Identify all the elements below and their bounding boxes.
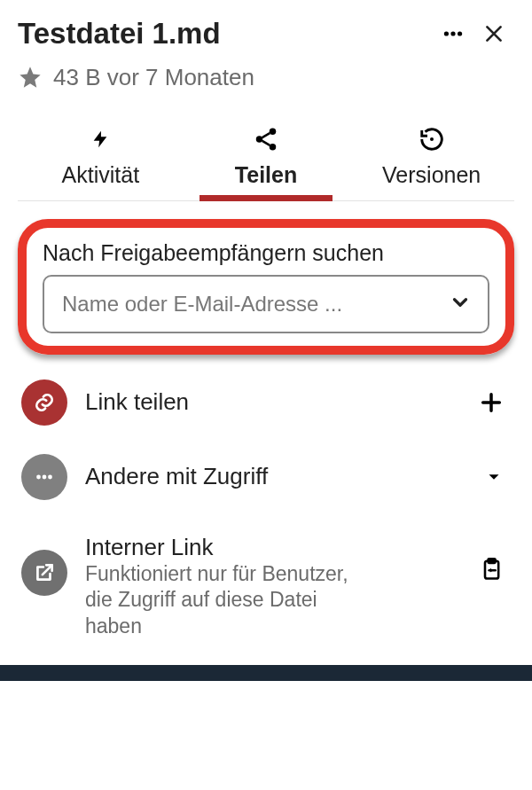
caret-down-icon: [484, 467, 504, 487]
tab-versions-label: Versionen: [382, 162, 481, 188]
tab-versions[interactable]: Versionen: [348, 118, 514, 200]
svg-point-6: [430, 137, 434, 141]
tabs: Aktivität Teilen Versionen: [18, 118, 514, 201]
external-link-icon: [33, 561, 56, 584]
internal-link-title: Interner Link: [85, 534, 472, 561]
tab-activity-label: Aktivität: [62, 162, 140, 188]
file-meta-text: 43 B vor 7 Monaten: [53, 64, 254, 91]
svg-point-9: [48, 474, 52, 479]
clipboard-icon: [479, 557, 504, 582]
lightning-icon: [90, 123, 110, 155]
tab-share[interactable]: Teilen: [184, 118, 349, 200]
share-link-label: Link teilen: [85, 388, 472, 416]
svg-point-8: [43, 474, 47, 479]
copy-internal-link-button[interactable]: [472, 553, 511, 585]
tab-share-label: Teilen: [235, 162, 297, 188]
more-button[interactable]: [433, 17, 473, 51]
file-meta: 43 B vor 7 Monaten: [18, 64, 514, 91]
star-icon: [18, 65, 43, 90]
more-horizontal-icon: [442, 22, 465, 45]
others-with-access-label: Andere mit Zugriff: [85, 463, 477, 490]
share-link-row: Link teilen: [18, 365, 514, 440]
tab-activity[interactable]: Aktivität: [18, 118, 184, 200]
link-icon: [33, 391, 56, 414]
share-icon: [253, 123, 279, 155]
plus-icon: [479, 390, 504, 415]
close-button[interactable]: [473, 17, 514, 51]
internal-link-row: Interner Link Funktioniert nur für Benut…: [18, 514, 514, 655]
svg-point-2: [458, 31, 462, 35]
recipient-search-box[interactable]: [43, 275, 489, 333]
file-title: Testdatei 1.md: [18, 16, 433, 51]
svg-rect-11: [489, 559, 496, 563]
others-with-access-toggle[interactable]: [477, 464, 511, 490]
recipient-search-input[interactable]: [60, 291, 449, 317]
others-with-access-row[interactable]: Andere mit Zugriff: [18, 440, 514, 514]
chevron-down-icon: [449, 291, 472, 317]
recipient-search-label: Nach Freigabeempfängern suchen: [43, 240, 489, 266]
recipient-search-section: Nach Freigabeempfängern suchen: [18, 219, 514, 355]
internal-link-desc: Funktioniert nur für Benutzer, die Zugri…: [85, 561, 369, 641]
more-horizontal-icon: [33, 465, 56, 489]
svg-point-4: [256, 136, 263, 143]
svg-point-3: [270, 128, 277, 135]
others-icon-badge: [21, 454, 67, 500]
internal-link-icon-badge: [21, 550, 67, 596]
svg-point-7: [36, 474, 41, 479]
favorite-button[interactable]: [18, 65, 43, 90]
header: Testdatei 1.md: [18, 16, 514, 51]
close-icon: [482, 22, 505, 45]
svg-point-5: [270, 144, 277, 151]
add-share-link-button[interactable]: [472, 387, 511, 418]
svg-point-1: [450, 31, 455, 35]
share-link-icon-badge: [21, 379, 67, 426]
svg-point-0: [444, 31, 449, 35]
bottom-bar: [0, 665, 532, 681]
history-icon: [419, 123, 445, 155]
